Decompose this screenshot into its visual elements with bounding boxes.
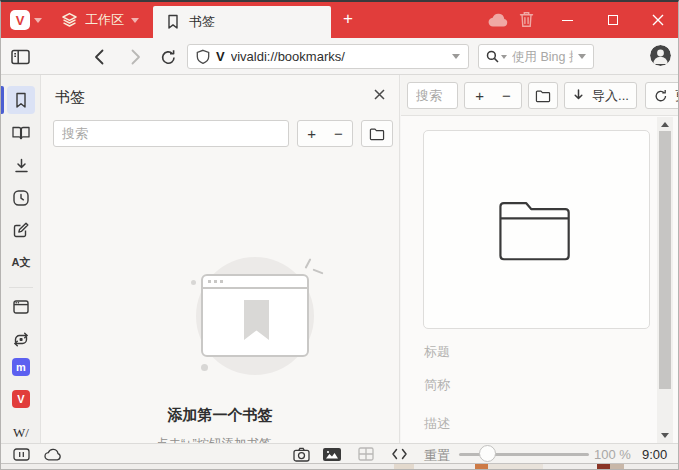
browser-window: V 工作区 书签 + (0, 0, 679, 470)
sync-cloud-icon[interactable] (488, 13, 509, 27)
downloads-icon (14, 158, 29, 173)
menu-caret-icon[interactable] (34, 18, 42, 23)
window-icon (13, 300, 29, 314)
import-label: 导入... (592, 87, 629, 105)
sync-status-cloud-icon[interactable] (41, 445, 65, 463)
more-label: 更 (675, 87, 678, 105)
manager-add-remove-buttons: + − (464, 82, 522, 109)
tiling-grid-icon[interactable] (354, 445, 378, 463)
reading-list-icon (12, 126, 30, 140)
vivaldi-logo-glyph: V (16, 13, 25, 28)
reload-button[interactable] (157, 46, 179, 68)
illustration-browser-window (201, 274, 309, 357)
bookmarks-manager: + − 导入... 更 (401, 75, 678, 443)
remove-bookmark-button[interactable]: − (325, 125, 352, 142)
minimize-button[interactable] (550, 2, 584, 38)
folder-icon (369, 127, 385, 141)
scroll-down-icon[interactable] (661, 433, 669, 438)
sidebar-item-sessions[interactable] (7, 325, 35, 353)
search-engine-caret-icon (501, 55, 507, 59)
sidebar-item-translate[interactable]: A文 (7, 248, 35, 276)
workspace-layers-icon (61, 12, 78, 28)
url-field[interactable]: V vivaldi://bookmarks/ (187, 44, 469, 69)
decor-dot (191, 280, 196, 285)
remove-bookmark-button[interactable]: − (493, 87, 520, 104)
translate-icon: A文 (12, 255, 31, 270)
wikipedia-icon: W/ (13, 425, 29, 441)
field-description[interactable]: 描述 (424, 415, 450, 433)
back-button[interactable] (88, 46, 110, 68)
maximize-icon (608, 15, 618, 25)
workspace-caret-icon (131, 18, 139, 23)
maximize-button[interactable] (596, 2, 630, 38)
workspace-label: 工作区 (85, 11, 124, 29)
sparkle-icon (305, 258, 312, 269)
zoom-slider-handle[interactable] (479, 445, 496, 462)
panel-toggle-status-icon[interactable] (9, 445, 33, 463)
page-actions-image-icon[interactable] (320, 445, 344, 463)
import-button[interactable]: 导入... (564, 82, 637, 109)
sidebar-separator (9, 287, 33, 288)
search-dropdown-caret-icon[interactable] (578, 54, 586, 59)
sparkle-icon (313, 269, 324, 275)
url-dropdown-caret-icon[interactable] (452, 54, 460, 59)
clock: 9:00 (642, 447, 667, 462)
scroll-up-icon[interactable] (661, 122, 669, 127)
manager-toolbar: + − 导入... 更 (401, 75, 678, 116)
sidebar-item-history[interactable] (7, 184, 35, 212)
profile-avatar[interactable] (650, 45, 671, 66)
sidebar-item-vivaldi[interactable]: V (7, 385, 35, 413)
manager-search-input[interactable] (407, 82, 458, 109)
notes-icon (13, 222, 29, 238)
panel-toggle-icon[interactable] (9, 46, 31, 68)
web-search-input[interactable] (512, 50, 573, 64)
close-icon (652, 14, 664, 26)
bookmark-preview-card (423, 130, 650, 329)
add-bookmark-button[interactable]: + (466, 87, 493, 104)
search-engine-icon[interactable] (486, 50, 507, 63)
tab-bookmarks[interactable]: 书签 (153, 6, 331, 38)
sidebar-item-notes[interactable] (7, 216, 35, 244)
manager-new-folder-button[interactable] (528, 82, 558, 109)
new-tab-button[interactable]: + (337, 7, 359, 31)
sidebar-item-downloads[interactable] (7, 151, 35, 179)
import-arrow-icon (572, 89, 585, 102)
sidebar-item-bookmarks[interactable] (7, 86, 35, 114)
trash-closed-tabs-icon[interactable] (519, 11, 534, 28)
session-loop-icon (13, 332, 29, 347)
refresh-icon (654, 89, 668, 103)
scrollbar[interactable] (657, 117, 673, 443)
illustration-window-header (203, 276, 307, 289)
refresh-thumbnail-button[interactable]: 更 (645, 82, 678, 109)
sidebar-item-mastodon[interactable]: m (7, 353, 35, 381)
vivaldi-panel-icon: V (12, 390, 30, 408)
tab-bar: V 工作区 书签 + (1, 2, 678, 38)
status-bar: 重置 100 % 9:00 (1, 443, 678, 463)
empty-state-heading: 添加第一个书签 (41, 406, 399, 425)
bookmarks-panel: 书签 + − 添加第一个书签 点击“+”按钮添加书签。 (41, 75, 400, 443)
panel-search-input[interactable] (53, 120, 289, 147)
panel-close-button[interactable] (374, 89, 385, 100)
close-icon (374, 89, 385, 100)
minimize-icon (562, 20, 573, 21)
mastodon-icon: m (12, 358, 30, 376)
scrollbar-thumb[interactable] (659, 131, 671, 389)
forward-button[interactable] (125, 46, 147, 68)
sidebar-item-windows[interactable] (7, 293, 35, 321)
site-favicon-v: V (216, 49, 225, 64)
close-button[interactable] (641, 2, 675, 38)
developer-code-icon[interactable] (387, 445, 411, 463)
illustration-bookmark-ribbon (244, 300, 269, 340)
search-field-container[interactable] (478, 44, 594, 69)
url-text: vivaldi://bookmarks/ (231, 49, 446, 64)
folder-preview-icon (493, 191, 581, 269)
history-icon (13, 190, 29, 206)
workspace-button[interactable]: 工作区 (61, 8, 139, 32)
sidebar-item-reading-list[interactable] (7, 119, 35, 147)
capture-page-icon[interactable] (289, 445, 313, 463)
field-title[interactable]: 标题 (424, 343, 450, 361)
vivaldi-menu-logo[interactable]: V (10, 10, 30, 30)
panel-new-folder-button[interactable] (361, 120, 393, 147)
field-nickname[interactable]: 简称 (424, 376, 450, 394)
add-bookmark-button[interactable]: + (298, 125, 325, 142)
